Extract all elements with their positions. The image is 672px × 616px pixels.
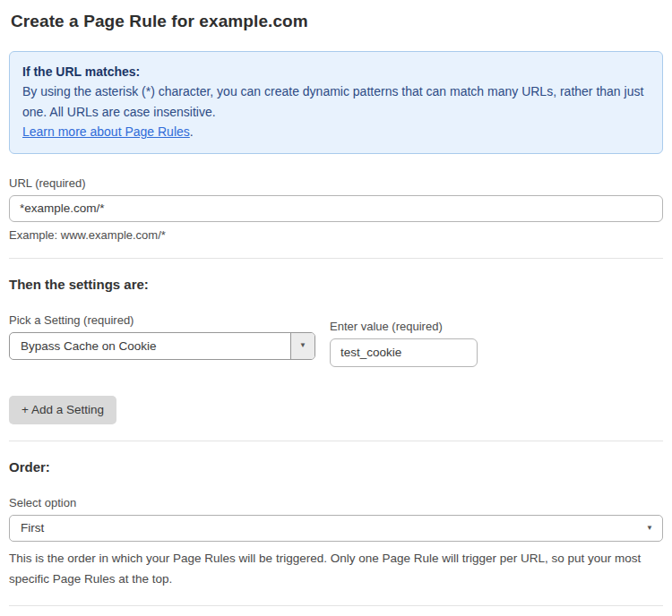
info-box-heading: If the URL matches: [22, 62, 650, 81]
caret-down-icon: ▼ [646, 525, 653, 532]
order-select-wrap: First ▼ [9, 515, 663, 542]
link-period: . [190, 124, 194, 139]
setting-row: Pick a Setting (required) Bypass Cache o… [9, 313, 663, 367]
info-box-body: By using the asterisk (*) character, you… [22, 84, 643, 118]
settings-section-heading: Then the settings are: [9, 277, 663, 292]
setting-select-value: Bypass Cache on Cookie [10, 333, 290, 359]
setting-select-arrow-button[interactable]: ▼ [290, 333, 314, 359]
pick-setting-column: Pick a Setting (required) Bypass Cache o… [9, 313, 315, 360]
setting-value-input[interactable] [330, 338, 478, 367]
create-page-rule-panel: Create a Page Rule for example.com If th… [0, 0, 672, 616]
page-title: Create a Page Rule for example.com [11, 12, 661, 31]
url-input[interactable] [9, 195, 663, 222]
url-match-info-box: If the URL matches: By using the asteris… [9, 51, 663, 154]
url-field-label: URL (required) [9, 176, 663, 190]
order-help-text: This is the order in which your Page Rul… [9, 549, 656, 589]
caret-down-icon: ▼ [299, 342, 306, 349]
divider [9, 441, 663, 441]
url-example-hint: Example: www.example.com/* [9, 228, 663, 242]
divider [9, 258, 663, 259]
pick-setting-label: Pick a Setting (required) [9, 313, 315, 327]
order-select-label: Select option [9, 496, 663, 509]
learn-more-link[interactable]: Learn more about Page Rules [22, 124, 190, 139]
order-section-heading: Order: [9, 459, 663, 475]
add-setting-button[interactable]: + Add a Setting [9, 396, 116, 425]
setting-select[interactable]: Bypass Cache on Cookie ▼ [9, 332, 315, 360]
order-select-value: First [21, 521, 44, 535]
order-select[interactable]: First ▼ [9, 515, 663, 542]
divider [9, 605, 663, 606]
enter-value-column: Enter value (required) [330, 313, 478, 367]
enter-value-label: Enter value (required) [330, 320, 478, 333]
